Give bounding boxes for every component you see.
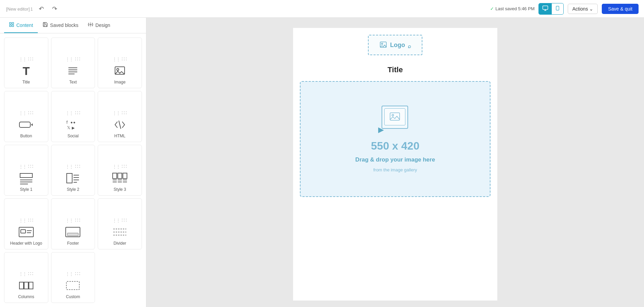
block-image[interactable]: Image	[98, 37, 142, 88]
logo-placeholder[interactable]: Logo ⌕	[368, 35, 422, 55]
divider-block-icon	[101, 225, 139, 239]
block-style3[interactable]: Style 3	[98, 145, 142, 196]
svg-point-85	[126, 167, 127, 168]
block-button[interactable]: Button	[4, 91, 48, 142]
actions-button[interactable]: Actions ⌄	[568, 4, 598, 14]
svg-point-37	[28, 113, 29, 114]
title-block-icon: T	[7, 64, 45, 78]
svg-point-97	[32, 218, 33, 219]
drag-handle-style2	[65, 163, 80, 169]
save-quit-button[interactable]: Save & quit	[602, 4, 639, 14]
svg-point-82	[126, 165, 127, 166]
tab-design[interactable]: Design	[83, 18, 115, 33]
svg-point-61	[32, 165, 33, 166]
columns-block-label: Columns	[18, 294, 34, 299]
button-block-icon	[7, 118, 45, 132]
svg-point-36	[32, 111, 33, 112]
svg-point-114	[124, 218, 125, 219]
view-toggle	[538, 3, 564, 15]
desktop-icon	[542, 5, 548, 11]
svg-point-99	[30, 220, 31, 221]
svg-point-39	[32, 113, 33, 114]
block-title[interactable]: T Title	[4, 37, 48, 88]
tab-content[interactable]: Content	[4, 18, 38, 33]
svg-point-122	[28, 272, 29, 273]
style2-block-label: Style 2	[67, 187, 79, 192]
footer-block-icon	[54, 225, 92, 239]
svg-point-81	[124, 165, 125, 166]
drag-handle-social	[65, 110, 80, 116]
html-block-label: HTML	[114, 134, 126, 138]
svg-text:𝕏: 𝕏	[67, 125, 70, 130]
block-social[interactable]: f●●𝕏▶ Social	[51, 91, 95, 142]
svg-rect-75	[67, 173, 72, 183]
svg-rect-8	[12, 25, 14, 27]
drop-zone-cursor-icon: ▶	[378, 125, 384, 134]
drag-handle-custom	[65, 271, 80, 277]
topbar: [New editor]1 ↶ ↷ ✓ Last saved 5:46 PM A…	[0, 0, 644, 18]
svg-point-110	[79, 220, 80, 221]
svg-point-11	[30, 58, 31, 58]
svg-rect-0	[543, 6, 548, 10]
svg-point-80	[122, 165, 123, 166]
svg-rect-40	[19, 122, 30, 127]
svg-point-107	[79, 218, 80, 219]
svg-point-60	[30, 165, 31, 166]
svg-point-141	[392, 114, 394, 116]
block-divider[interactable]: Divider	[98, 198, 142, 249]
header-logo-block-icon	[7, 225, 45, 239]
block-text[interactable]: Text	[51, 37, 95, 88]
cursor-icon: ⌕	[408, 43, 411, 49]
drop-zone-size: 550 x 420	[371, 140, 419, 152]
canvas-content: Logo ⌕ Title ▶ 550 x 420	[293, 28, 497, 301]
svg-rect-140	[390, 113, 400, 120]
block-html[interactable]: HTML	[98, 91, 142, 142]
svg-point-131	[75, 272, 76, 273]
svg-point-13	[28, 60, 29, 60]
svg-rect-65	[20, 173, 32, 178]
svg-point-43	[79, 111, 80, 112]
block-style1[interactable]: Style 1	[4, 145, 48, 196]
svg-point-84	[124, 167, 125, 168]
drag-handle-divider	[112, 217, 127, 223]
drag-handle-button	[19, 110, 34, 116]
undo-button[interactable]: ↶	[37, 4, 46, 14]
tab-saved-blocks[interactable]: Saved blocks	[38, 18, 83, 33]
editor-title-text: [New editor]	[6, 6, 30, 12]
svg-point-135	[77, 274, 78, 275]
main-layout: Content Saved blocks Design	[0, 18, 644, 307]
block-style2[interactable]: Style 2	[51, 145, 95, 196]
text-block-label: Text	[69, 80, 77, 85]
block-columns[interactable]: Columns	[4, 252, 48, 303]
canvas-image-drop-zone[interactable]: ▶ 550 x 420 Drag & drop your image here …	[300, 81, 490, 197]
svg-point-16	[75, 58, 76, 58]
svg-point-46	[79, 113, 80, 114]
block-custom[interactable]: Custom	[51, 252, 95, 303]
redo-button[interactable]: ↷	[50, 4, 59, 14]
svg-point-115	[126, 218, 127, 219]
drop-zone-subtitle: from the image gallery	[373, 167, 417, 172]
svg-rect-6	[12, 22, 14, 24]
svg-point-59	[28, 165, 29, 166]
block-footer[interactable]: Footer	[51, 198, 95, 249]
svg-rect-128	[19, 282, 23, 289]
style1-block-icon	[7, 171, 45, 185]
image-block-label: Image	[114, 80, 125, 85]
svg-rect-112	[67, 233, 78, 236]
desktop-view-button[interactable]	[539, 3, 552, 14]
svg-point-28	[126, 58, 127, 58]
block-header-logo[interactable]: Header with Logo	[4, 198, 48, 249]
svg-rect-89	[118, 173, 122, 179]
svg-point-125	[28, 274, 29, 275]
svg-point-136	[79, 274, 80, 275]
svg-point-96	[30, 218, 31, 219]
svg-point-14	[30, 60, 31, 60]
mobile-view-button[interactable]	[552, 3, 563, 14]
svg-point-18	[79, 58, 80, 58]
html-block-icon	[101, 118, 139, 132]
style3-block-label: Style 3	[114, 187, 126, 192]
svg-point-17	[77, 58, 78, 58]
svg-text:●: ●	[73, 120, 76, 124]
drag-handle-footer	[65, 217, 80, 223]
drag-handle-html	[112, 110, 127, 116]
